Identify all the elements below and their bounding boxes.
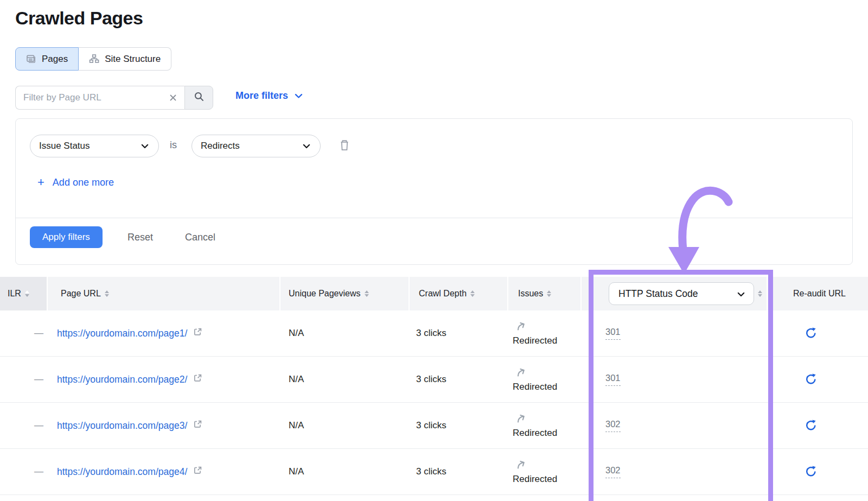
tab-site-structure-label: Site Structure — [105, 54, 161, 65]
filter-value-select[interactable]: Redirects — [192, 135, 321, 157]
column-header-re-audit: Re-audit URL — [768, 277, 868, 310]
column-label-issues: Issues — [518, 289, 543, 299]
table-header: ILR Page URL Unique Pageviews Crawl Dept… — [0, 277, 868, 310]
pages-icon — [26, 54, 36, 64]
sort-icon — [25, 290, 29, 297]
refresh-icon[interactable] — [803, 325, 819, 341]
ilr-value: — — [0, 310, 48, 356]
sort-icon — [365, 290, 369, 297]
issue-label: Redirected — [513, 428, 557, 439]
crawled-pages-screen: Crawled Pages Pages Site Structure — [0, 0, 868, 501]
sort-icon — [547, 290, 551, 297]
crawled-pages-table: ILR Page URL Unique Pageviews Crawl Dept… — [0, 277, 868, 495]
filter-field-value: Issue Status — [39, 141, 90, 151]
filter-value: Redirects — [201, 141, 240, 151]
column-label-ilr: ILR — [8, 289, 21, 299]
search-button[interactable] — [184, 86, 213, 110]
tab-pages[interactable]: Pages — [15, 47, 79, 71]
chevron-down-icon — [141, 141, 149, 151]
refresh-icon[interactable] — [803, 464, 819, 480]
column-label-re-audit: Re-audit URL — [793, 289, 846, 299]
external-link-icon[interactable] — [193, 373, 202, 385]
search-icon — [194, 91, 205, 104]
more-filters-label: More filters — [235, 90, 288, 102]
panel-divider — [16, 218, 852, 218]
table-row: — https://yourdomain.com/page2/ N/A 3 cl… — [0, 357, 868, 403]
http-status-value[interactable]: 302 — [605, 419, 621, 432]
column-header-issues[interactable]: Issues — [508, 277, 582, 310]
page-url-link[interactable]: https://yourdomain.com/page1/ — [57, 328, 187, 339]
column-header-unique-pageviews[interactable]: Unique Pageviews — [280, 277, 410, 310]
column-label-crawl-depth: Crawl Depth — [419, 289, 467, 299]
http-status-dropdown-label: HTTP Status Code — [618, 288, 698, 300]
unique-pageviews-value: N/A — [280, 357, 410, 402]
redirect-arrow-icon — [515, 321, 527, 335]
apply-filters-button[interactable]: Apply filters — [30, 226, 103, 248]
filter-operator-label: is — [170, 139, 177, 151]
external-link-icon[interactable] — [193, 420, 202, 432]
reset-button[interactable]: Reset — [127, 226, 153, 248]
column-label-page-url: Page URL — [61, 289, 101, 299]
tab-pages-label: Pages — [42, 54, 68, 65]
http-status-code-dropdown[interactable]: HTTP Status Code — [609, 282, 754, 305]
more-filters-button[interactable]: More filters — [235, 90, 303, 102]
crawl-depth-value: 3 clicks — [410, 357, 508, 402]
filter-field-select[interactable]: Issue Status — [30, 135, 159, 157]
chevron-down-icon — [303, 141, 310, 151]
url-filter-group — [15, 86, 213, 110]
http-status-value[interactable]: 302 — [605, 465, 621, 478]
redirect-arrow-icon — [515, 367, 527, 381]
page-title: Crawled Pages — [15, 8, 143, 29]
tab-site-structure[interactable]: Site Structure — [79, 47, 171, 71]
chevron-down-icon — [737, 288, 745, 300]
external-link-icon[interactable] — [193, 327, 202, 339]
issue-label: Redirected — [513, 335, 557, 346]
table-row: — https://yourdomain.com/page1/ N/A 3 cl… — [0, 310, 868, 357]
view-toggle: Pages Site Structure — [15, 47, 171, 71]
table-row: — https://yourdomain.com/page4/ N/A 3 cl… — [0, 449, 868, 495]
issue-label: Redirected — [513, 474, 557, 485]
ilr-value: — — [0, 403, 48, 448]
column-header-ilr[interactable]: ILR — [0, 277, 48, 310]
http-status-value[interactable]: 301 — [605, 327, 621, 340]
page-url-filter-input[interactable] — [15, 86, 184, 110]
add-one-more-label: Add one more — [53, 177, 114, 188]
table-row: — https://yourdomain.com/page3/ N/A 3 cl… — [0, 403, 868, 449]
chevron-down-icon — [295, 90, 303, 102]
add-one-more-button[interactable]: + Add one more — [37, 176, 114, 188]
crawl-depth-value: 3 clicks — [410, 403, 508, 448]
page-url-link[interactable]: https://yourdomain.com/page4/ — [57, 466, 187, 478]
unique-pageviews-value: N/A — [280, 403, 410, 448]
site-structure-icon — [89, 54, 99, 64]
column-label-unique-pageviews: Unique Pageviews — [289, 289, 361, 299]
sort-icon — [105, 290, 109, 297]
crawl-depth-value: 3 clicks — [410, 449, 508, 494]
column-header-http-status: HTTP Status Code — [582, 277, 768, 310]
issue-label: Redirected — [513, 382, 557, 392]
sort-icon[interactable] — [758, 290, 762, 297]
unique-pageviews-value: N/A — [280, 310, 410, 356]
filter-panel: Issue Status is Redirects + Add one more… — [15, 118, 853, 265]
close-icon[interactable] — [167, 92, 179, 104]
external-link-icon[interactable] — [193, 466, 202, 478]
column-header-page-url[interactable]: Page URL — [48, 277, 280, 310]
cancel-button[interactable]: Cancel — [185, 226, 215, 248]
page-url-link[interactable]: https://yourdomain.com/page2/ — [57, 374, 187, 385]
refresh-icon[interactable] — [803, 371, 819, 388]
page-url-link[interactable]: https://yourdomain.com/page3/ — [57, 420, 187, 432]
crawl-depth-value: 3 clicks — [410, 310, 508, 356]
ilr-value: — — [0, 357, 48, 402]
plus-icon: + — [37, 176, 44, 188]
http-status-value[interactable]: 301 — [605, 373, 621, 386]
remove-filter-button[interactable] — [337, 139, 352, 154]
column-header-crawl-depth[interactable]: Crawl Depth — [410, 277, 508, 310]
redirect-arrow-icon — [515, 459, 527, 473]
trash-icon — [339, 139, 350, 154]
redirect-arrow-icon — [515, 413, 527, 427]
unique-pageviews-value: N/A — [280, 449, 410, 494]
refresh-icon[interactable] — [803, 417, 819, 434]
sort-icon — [470, 290, 475, 297]
ilr-value: — — [0, 449, 48, 494]
